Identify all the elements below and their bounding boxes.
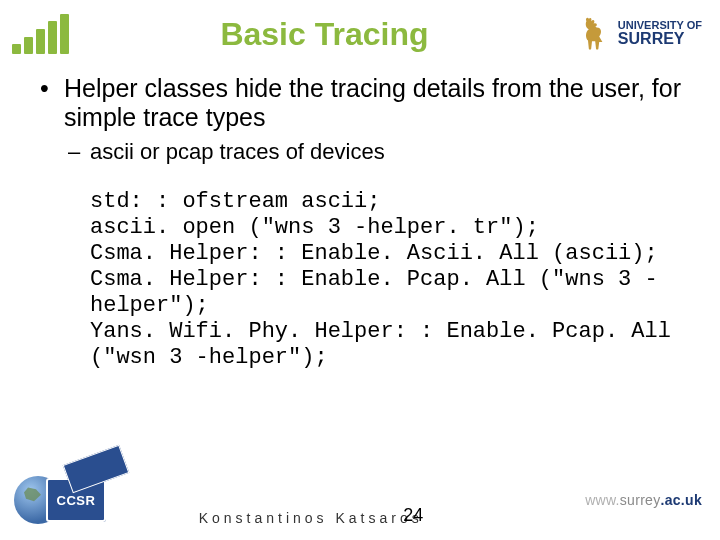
code-line: ascii. open ("wns 3 -helper. tr"); bbox=[90, 215, 686, 241]
url-tld: .ac.uk bbox=[661, 492, 703, 508]
bullet-main: Helper classes hide the tracing details … bbox=[34, 74, 686, 371]
slide-header: Basic Tracing UNIVERSITY OF SURREY bbox=[0, 0, 720, 60]
signal-bars-icon bbox=[12, 14, 69, 54]
ccsr-logo: CCSR bbox=[14, 476, 106, 524]
author-name: Konstantinos Katsaros bbox=[199, 510, 423, 526]
bullet-main-text: Helper classes hide the tracing details … bbox=[64, 74, 681, 131]
university-logo: UNIVERSITY OF SURREY bbox=[580, 16, 702, 52]
bullet-sub: ascii or pcap traces of devices bbox=[64, 138, 686, 166]
ribbon-icon bbox=[63, 445, 130, 494]
code-line: Csma. Helper: : Enable. Ascii. All (asci… bbox=[90, 241, 686, 267]
page-number: 24 bbox=[403, 505, 423, 526]
ccsr-badge: CCSR bbox=[46, 478, 106, 522]
code-line: std: : ofstream ascii; bbox=[90, 189, 686, 215]
ccsr-text: CCSR bbox=[57, 493, 96, 508]
slide-content: Helper classes hide the tracing details … bbox=[0, 60, 720, 371]
university-name-line2: SURREY bbox=[618, 31, 702, 48]
code-block: std: : ofstream ascii; ascii. open ("wns… bbox=[90, 189, 686, 371]
code-line: Csma. Helper: : Enable. Pcap. All ("wns … bbox=[90, 267, 686, 319]
stag-icon bbox=[580, 16, 612, 52]
slide-footer: CCSR Konstantinos Katsaros 24 www.surrey… bbox=[0, 464, 720, 540]
url-www: www. bbox=[585, 492, 620, 508]
url-domain: surrey bbox=[620, 492, 661, 508]
university-url: www.surrey.ac.uk bbox=[585, 492, 702, 508]
slide-title: Basic Tracing bbox=[81, 16, 568, 53]
code-line: Yans. Wifi. Phy. Helper: : Enable. Pcap.… bbox=[90, 319, 686, 371]
